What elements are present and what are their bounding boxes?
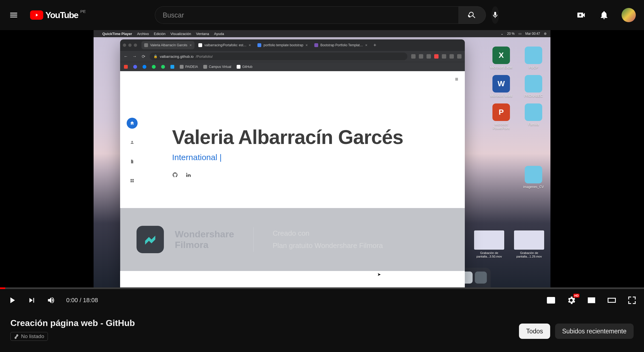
sidenav-file-icon [127,156,138,167]
excel-icon: X [492,47,510,64]
sidenav-grid-icon [127,175,138,186]
next-button[interactable] [27,295,37,305]
page-hero: Valeria Albarracín Garcés International … [172,126,403,178]
folder-icon [525,47,542,64]
folder-icon [525,103,542,121]
filmora-right-text: Creado con Plan gratuito Wondershare Fil… [273,229,383,250]
browser-tab: Valeria Albarracín Garcés× [141,41,195,49]
topbar: YouTube PE [0,0,644,30]
volume-icon [47,296,56,305]
country-code: PE [80,9,86,14]
filter-recent[interactable]: Subidos recientemente [555,324,634,339]
video-zone: QuickTime Player Archivo Edición Visuali… [0,30,644,352]
hero-socials [172,172,403,178]
privacy-badge: No listado [10,332,48,341]
folder-icon [525,166,542,183]
microphone-icon [491,11,499,19]
lock-icon: 🔒 [153,54,158,58]
topbar-right-tools [576,8,636,22]
control-center-icon: ⊚ [544,32,547,36]
search-zone [161,6,492,24]
video-player[interactable]: QuickTime Player Archivo Edición Visuali… [0,30,644,287]
filmora-brand: Wondershare Filmora [175,229,234,250]
folder-icon [525,75,542,93]
miniplayer-icon [587,295,596,305]
filter-all[interactable]: Todos [519,324,550,339]
create-icon [576,10,586,20]
desktop-bottom-thumbs: Grabación depantalla...3.50.mov Grabació… [473,230,546,258]
hamburger-icon [9,10,18,20]
progress-bar[interactable] [0,287,644,289]
word-icon: W [492,75,510,93]
filmora-watermark: Wondershare Filmora Creado con Plan grat… [120,208,465,271]
subtitles-button[interactable] [546,295,556,305]
play-button[interactable] [7,295,17,305]
page-sidenav [127,118,138,186]
wifi-icon: ⌄ [501,32,503,36]
mac-menu-item: Visualización [170,32,191,36]
hero-name: Valeria Albarracín Garcés [172,126,403,148]
mac-menu-item: Edición [154,32,166,36]
mac-menu-item: Ventana [196,32,209,36]
mac-app-name: QuickTime Player [102,32,132,36]
hero-subtitle: International | [172,153,403,162]
bookmark-paideia: PAIDEIA [180,65,198,69]
reload-icon: ⟳ [141,54,146,59]
cursor-icon: ➤ [377,272,381,277]
youtube-logo[interactable]: YouTube PE [30,10,78,20]
fullscreen-button[interactable] [627,295,637,305]
play-icon [7,295,17,306]
browser-tab: Bootstrap Portfolio Templat…× [312,41,370,49]
url-bar: 🔒 valbarracing.github.io/Portafolio/ [150,53,407,60]
search-icon [468,11,477,19]
next-icon [27,296,36,305]
browser-extensions [411,54,462,59]
browser-toolbar: ← → ⟳ 🔒 valbarracing.github.io/Portafoli… [120,51,465,62]
bookmark-github: GitHub [237,65,252,69]
search-input[interactable] [155,6,459,24]
filter-chips: Todos Subidos recientemente [519,324,634,339]
github-icon [172,172,178,178]
theater-button[interactable] [607,295,617,305]
forward-icon: → [132,54,137,59]
create-button[interactable] [576,10,587,21]
time-display: 0:00 / 18:08 [66,297,98,304]
url-path: /Portafolio/ [196,54,213,59]
notifications-button[interactable] [599,10,610,21]
browser-tab: valbarracing/Portafolio: est…× [196,41,254,49]
linkedin-icon [185,172,191,178]
volume-button[interactable] [47,295,56,305]
player-controls: 0:00 / 18:08 [0,289,644,311]
bookmarks-bar: PAIDEIA Campus Virtual GitHub [120,62,465,71]
youtube-logo-text: YouTube [45,10,78,20]
mac-menu-item: Ayuda [214,32,224,36]
new-tab-button: + [371,42,379,48]
mac-menubar: QuickTime Player Archivo Edición Visuali… [94,30,550,37]
fullscreen-icon [627,295,637,305]
video-title: Creación página web - GitHub [10,318,135,328]
voice-search-button[interactable] [491,6,499,24]
below-video: Creación página web - GitHub No listado … [0,311,644,347]
back-icon: ← [123,54,128,59]
settings-button[interactable] [566,295,576,305]
search-button[interactable] [459,6,486,24]
bell-icon [599,10,609,20]
window-traffic-lights [123,44,137,47]
browser-tab: portfolio template bootstrap× [255,41,311,49]
bookmark-campus: Campus Virtual [203,65,231,69]
mac-datetime: Mar 00:47 [525,32,540,36]
browser-tab-strip: Valeria Albarracín Garcés× valbarracing/… [120,39,465,51]
search-box [155,6,486,24]
desktop-icons: XMicrosoft Excel PUCP WMicrosoft Word PR… [489,47,546,189]
filmora-logo-icon [137,226,164,253]
account-avatar[interactable] [622,8,636,22]
miniplayer-button[interactable] [587,295,596,305]
video-content-frame: QuickTime Player Archivo Edición Visuali… [94,30,550,287]
page-menu-icon: ≡ [455,76,458,82]
url-host: valbarracing.github.io [160,54,194,59]
sidenav-user-icon [127,137,138,148]
sidenav-home-icon [127,118,138,129]
battery-icon: ▭ [518,32,521,36]
battery-text: 20 % [507,32,515,36]
hamburger-menu-button[interactable] [8,10,19,21]
